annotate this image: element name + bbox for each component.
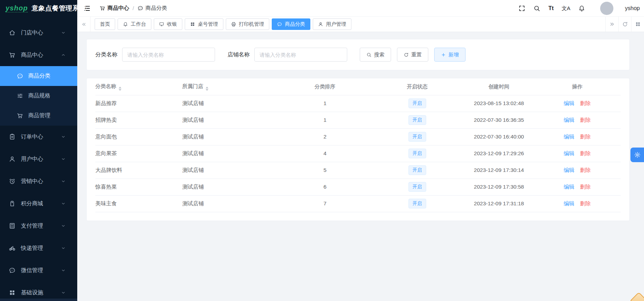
category-name-input[interactable] (122, 48, 215, 62)
sidebar-item-product-center[interactable]: 商品中心 (0, 44, 77, 66)
sidebar-item-store-center[interactable]: 门店中心 (0, 22, 77, 44)
status-badge[interactable]: 开启 (408, 149, 426, 158)
cell-category-name: 惊喜热菜 (95, 179, 182, 195)
status-badge[interactable]: 开启 (408, 98, 426, 108)
app-title: 意象点餐管理系统 (32, 4, 86, 13)
sort-caret-icon[interactable] (119, 87, 121, 91)
breadcrumb-label: 商品中心 (108, 5, 129, 12)
tab-printer-manage[interactable]: 打印机管理 (226, 18, 270, 30)
edit-link[interactable]: 编辑 (564, 117, 574, 123)
tab-user-manage[interactable]: 用户管理 (313, 18, 351, 30)
edit-link[interactable]: 编辑 (564, 200, 574, 206)
status-badge[interactable]: 开启 (408, 115, 426, 125)
notifications-button[interactable] (578, 5, 585, 12)
search-button[interactable]: 搜索 (360, 48, 391, 62)
tab-options-button[interactable] (631, 17, 644, 32)
delete-link[interactable]: 删除 (580, 134, 591, 140)
tabs-scroll-right-button[interactable] (605, 17, 618, 32)
grid-icon (190, 22, 195, 27)
font-size-button[interactable]: Tt (548, 6, 554, 11)
chevron-down-icon (61, 268, 66, 273)
table-row: 美味主食 测试店铺 7 开启 2023-12-09 17:31:18 编辑删除 (95, 195, 621, 212)
delete-link[interactable]: 删除 (580, 167, 591, 173)
refresh-page-button[interactable] (618, 17, 631, 32)
translate-button[interactable]: 文A (562, 6, 570, 11)
search-icon (366, 52, 372, 57)
tab-table-manage[interactable]: 桌号管理 (185, 18, 223, 30)
cell-sort-order: 7 (280, 195, 370, 212)
edit-link[interactable]: 编辑 (564, 134, 574, 140)
table-row: 招牌热卖 测试店铺 1 开启 2022-07-30 16:36:35 编辑删除 (95, 112, 621, 128)
breadcrumb: 商品中心 / 商品分类 (100, 5, 167, 12)
reset-button[interactable]: 重置 (397, 48, 428, 62)
fullscreen-button[interactable] (518, 5, 525, 12)
search-button-label: 搜索 (374, 52, 384, 58)
sidebar-subitem-product-manage[interactable]: 商品管理 (0, 106, 77, 126)
sidebar-item-user-center[interactable]: 用户中心 (0, 148, 77, 170)
edit-link[interactable]: 编辑 (564, 100, 574, 106)
double-chevron-right-icon (609, 21, 615, 27)
status-badge[interactable]: 开启 (408, 182, 426, 192)
sidebar-item-order-center[interactable]: 订单中心 (0, 126, 77, 148)
alarm-clock-icon (9, 178, 16, 185)
column-header-store[interactable]: 所属门店 (182, 79, 280, 95)
column-header-category-name[interactable]: 分类名称 (95, 79, 182, 95)
refresh-icon (622, 21, 628, 27)
tab-label: 商品分类 (285, 21, 305, 27)
tab-cashier[interactable]: 收银 (154, 18, 182, 30)
edit-link[interactable]: 编辑 (564, 184, 574, 190)
sidebar-item-marketing-center[interactable]: 营销中心 (0, 170, 77, 192)
add-button[interactable]: 新增 (434, 48, 466, 62)
delete-link[interactable]: 删除 (580, 150, 591, 156)
sidebar-item-points-mall[interactable]: 积分商城 (0, 192, 77, 215)
sidebar-subitem-label: 商品规格 (28, 92, 50, 100)
cell-category-name: 招牌热卖 (95, 112, 182, 128)
username[interactable]: yshop (625, 5, 640, 11)
settings-drawer-button[interactable] (630, 148, 644, 162)
chevron-down-icon (61, 201, 66, 206)
cell-store: 测试店铺 (182, 112, 280, 128)
tab-home[interactable]: 首页 (95, 18, 115, 30)
edit-link[interactable]: 编辑 (564, 150, 574, 156)
sidebar-item-label: 积分商城 (21, 200, 43, 207)
cell-category-name: 意向果茶 (95, 145, 182, 162)
status-badge[interactable]: 开启 (408, 165, 426, 175)
delete-link[interactable]: 删除 (580, 200, 591, 206)
breadcrumb-label: 商品分类 (145, 5, 167, 12)
sidebar-item-infrastructure[interactable]: 基础设施 (0, 282, 77, 301)
delete-link[interactable]: 删除 (580, 184, 591, 190)
cell-sort-order: 1 (280, 112, 370, 128)
breadcrumb-product-category[interactable]: 商品分类 (137, 5, 167, 12)
delete-link[interactable]: 删除 (580, 117, 591, 123)
double-chevron-left-icon (81, 22, 87, 27)
sort-caret-icon[interactable] (206, 87, 208, 91)
cell-created-time: 2023-08-15 13:02:48 (464, 95, 534, 112)
cell-store: 测试店铺 (182, 128, 280, 145)
sidebar-subitem-product-category[interactable]: 商品分类 (0, 66, 77, 86)
sidebar-item-label: 快递管理 (21, 245, 43, 252)
app-window: yshop 意象点餐管理系统 门店中心 商品中心 商品分类 (0, 0, 644, 301)
sidebar-item-payment-manage[interactable]: 支付管理 (0, 215, 77, 237)
tab-workbench[interactable]: 工作台 (118, 18, 151, 30)
filter-panel: 分类名称 店铺名称 搜索 重置 新增 (86, 39, 630, 70)
breadcrumb-product-center[interactable]: 商品中心 (100, 5, 129, 12)
edit-link[interactable]: 编辑 (564, 167, 574, 173)
sidebar-item-wechat-manage[interactable]: 微信管理 (0, 259, 77, 282)
delete-link[interactable]: 删除 (580, 100, 591, 106)
app-logo[interactable]: yshop 意象点餐管理系统 (0, 0, 77, 17)
tag-view-bar: 首页 工作台 收银 桌号管理 打印机管理 商品分类 (77, 17, 644, 32)
sidebar-item-express-manage[interactable]: 快递管理 (0, 237, 77, 259)
status-badge[interactable]: 开启 (408, 199, 426, 208)
bell-icon (123, 22, 128, 27)
tab-label: 收银 (167, 21, 177, 27)
status-badge[interactable]: 开启 (408, 132, 426, 142)
chevron-down-icon (61, 134, 66, 139)
tabs-scroll-left-button[interactable] (77, 17, 90, 32)
tab-label: 桌号管理 (198, 21, 218, 27)
cart-icon (17, 112, 23, 119)
tab-product-category[interactable]: 商品分类 (272, 18, 310, 30)
sidebar-subitem-product-spec[interactable]: 商品规格 (0, 86, 77, 106)
avatar[interactable] (600, 2, 613, 15)
global-search-button[interactable] (533, 5, 540, 12)
store-name-input[interactable] (254, 48, 347, 62)
